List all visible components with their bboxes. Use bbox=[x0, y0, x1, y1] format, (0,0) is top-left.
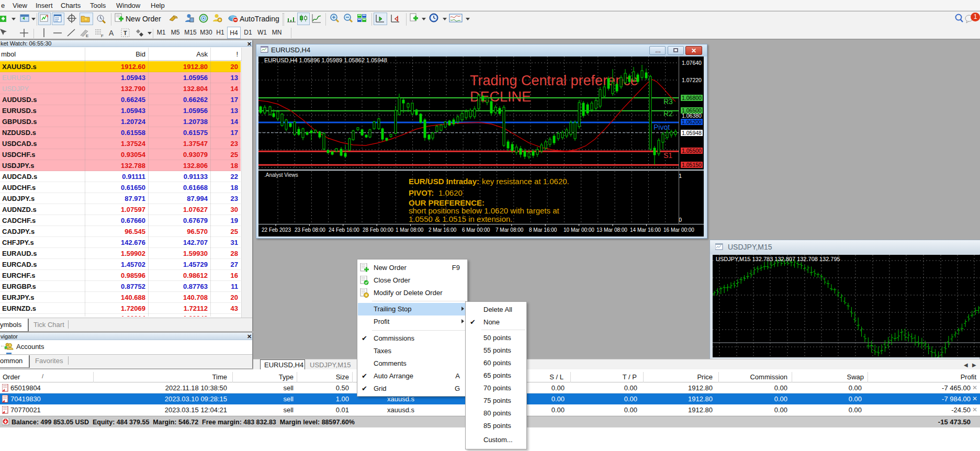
svg-text:R2: R2 bbox=[663, 109, 673, 118]
svg-text:F: F bbox=[101, 33, 104, 38]
svg-text:USDJPY,M15 132.783 132.807 13: USDJPY,M15 132.783 132.807 132.708 132.7… bbox=[716, 256, 840, 262]
svg-text:T: T bbox=[123, 30, 127, 36]
svg-text:EURUSD,H4 1.05896 1.05989 1.0: EURUSD,H4 1.05896 1.05989 1.05862 1.0594… bbox=[264, 57, 387, 63]
svg-text:E: E bbox=[86, 33, 88, 38]
svg-text:Pivot: Pivot bbox=[654, 123, 670, 131]
svg-text:R3: R3 bbox=[663, 97, 673, 106]
svg-text:S1: S1 bbox=[663, 151, 672, 160]
